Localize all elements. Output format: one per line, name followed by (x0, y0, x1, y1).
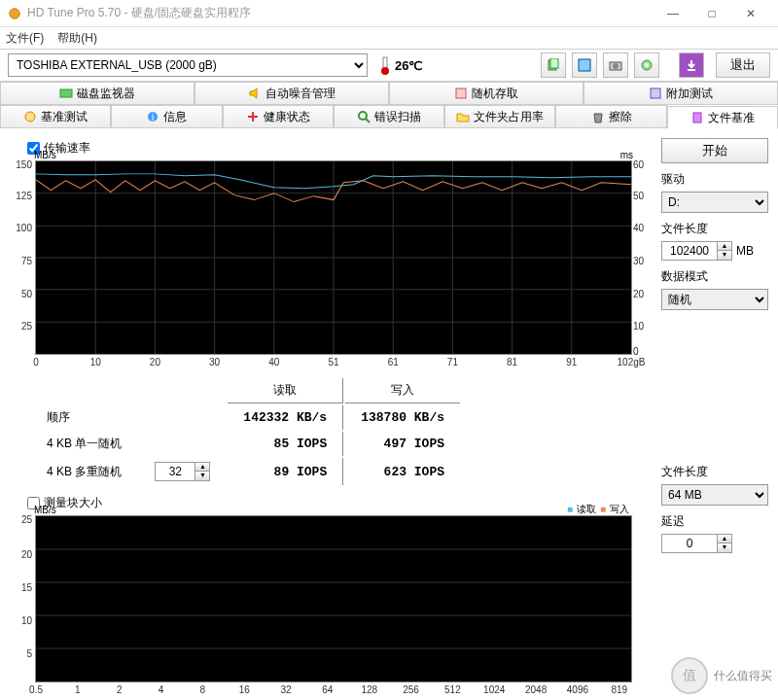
block-size-chart: MB/s ■读取■写入 25 20 15 10 5 0.5 1 2 4 8 16… (35, 515, 632, 682)
svg-text:i: i (152, 112, 154, 122)
file-length-label: 文件长度 (661, 221, 768, 237)
minimize-button[interactable]: — (654, 0, 692, 27)
device-select[interactable]: TOSHIBA EXTERNAL_USB (2000 gB) (8, 53, 368, 77)
tab-error-scan[interactable]: 错误扫描 (334, 105, 444, 127)
health-icon (246, 110, 260, 123)
spin-up-icon[interactable]: ▲ (718, 535, 731, 543)
tab-file-benchmark[interactable]: 文件基准 (667, 106, 778, 128)
data-mode-label: 数据模式 (661, 268, 768, 285)
col-write: 写入 (345, 378, 460, 403)
tab-extra-tests[interactable]: 附加测试 (584, 82, 778, 104)
download-icon (685, 58, 698, 72)
row-sequential: 顺序142332 KB/s138780 KB/s (31, 405, 460, 430)
exit-button[interactable]: 退出 (716, 52, 770, 78)
transfer-rate-checkbox[interactable]: 传输速率 (27, 140, 652, 157)
trash-icon (591, 110, 605, 123)
copy-screenshot-button[interactable] (572, 52, 597, 78)
tabs-upper: 磁盘监视器 自动噪音管理 随机存取 附加测试 (0, 82, 778, 105)
copy-icon (547, 58, 560, 72)
file-bench-icon (690, 111, 704, 124)
svg-point-16 (359, 112, 367, 120)
spin-down-icon[interactable]: ▼ (195, 472, 209, 480)
svg-rect-4 (550, 58, 558, 68)
window-title: HD Tune Pro 5.70 - 硬盘/固态硬盘实用程序 (27, 5, 654, 21)
gear-icon (640, 58, 654, 72)
folder-icon (456, 110, 470, 123)
monitor-icon (59, 87, 73, 100)
camera-icon (609, 58, 622, 72)
threads-spinner[interactable]: ▲▼ (155, 462, 210, 481)
info-icon: i (146, 110, 159, 123)
spin-up-icon[interactable]: ▲ (718, 242, 731, 251)
menu-help[interactable]: 帮助(H) (57, 30, 97, 47)
delay-label: 延迟 (661, 513, 768, 530)
gauge-icon (23, 110, 37, 123)
svg-rect-5 (579, 59, 590, 71)
row-4k-single: 4 KB 单一随机85 IOPS497 IOPS (31, 432, 460, 456)
menubar: 文件(F) 帮助(H) (0, 27, 778, 49)
titlebar: HD Tune Pro 5.70 - 硬盘/固态硬盘实用程序 — □ ✕ (0, 0, 778, 27)
file-length-unit: MB (736, 244, 754, 258)
toolbar: TOSHIBA EXTERNAL_USB (2000 gB) 26℃ 退出 (0, 49, 778, 82)
delay-spinner[interactable]: ▲▼ (661, 534, 732, 553)
watermark-icon: 值 (671, 657, 708, 694)
thermometer-icon (379, 55, 391, 75)
svg-point-13 (25, 112, 35, 122)
save-screenshot-button[interactable] (603, 52, 628, 78)
svg-point-2 (381, 67, 389, 75)
svg-point-0 (10, 8, 20, 18)
search-icon (357, 110, 371, 123)
y-axis-unit: MB/s (34, 150, 56, 160)
col-read: 读取 (228, 378, 343, 403)
results-table: 读取写入 顺序142332 KB/s138780 KB/s 4 KB 单一随机8… (29, 376, 462, 487)
spin-down-icon[interactable]: ▼ (718, 543, 731, 552)
maximize-button[interactable]: □ (692, 0, 731, 27)
svg-point-9 (645, 63, 649, 67)
spin-up-icon[interactable]: ▲ (195, 463, 209, 472)
file-length2-select[interactable]: 64 MB (661, 484, 768, 506)
options-button[interactable] (634, 52, 659, 78)
tab-benchmark[interactable]: 基准测试 (0, 105, 111, 127)
tab-random-access[interactable]: 随机存取 (389, 82, 584, 104)
row-4k-multi: 4 KB 多重随机 ▲▼ 89 IOPS623 IOPS (31, 458, 460, 485)
speaker-icon (248, 87, 262, 100)
chart-legend: ■读取■写入 (563, 503, 629, 516)
close-button[interactable]: ✕ (731, 0, 770, 27)
tabs-lower: 基准测试 i信息 健康状态 错误扫描 文件夹占用率 擦除 文件基准 (0, 105, 778, 128)
svg-line-17 (366, 119, 370, 122)
y-axis-unit: MB/s (34, 505, 56, 515)
transfer-rate-chart: MB/s ms 150 125 100 75 50 25 60 50 40 30… (35, 160, 632, 355)
block-size-checkbox[interactable]: 测量块大小 (27, 495, 652, 511)
svg-rect-18 (693, 113, 701, 122)
svg-rect-11 (456, 88, 466, 98)
tab-info[interactable]: i信息 (111, 105, 222, 127)
clipboard-icon (578, 58, 591, 72)
watermark: 值 什么值得买 (671, 657, 772, 694)
tab-disk-monitor[interactable]: 磁盘监视器 (0, 82, 194, 104)
tab-folder-usage[interactable]: 文件夹占用率 (444, 105, 555, 127)
temperature: 26℃ (379, 55, 423, 75)
tab-erase[interactable]: 擦除 (555, 105, 666, 127)
file-length-spinner[interactable]: ▲▼ (661, 241, 732, 261)
save-button[interactable] (679, 52, 704, 78)
menu-file[interactable]: 文件(F) (6, 30, 44, 47)
tab-health[interactable]: 健康状态 (223, 105, 334, 127)
data-mode-select[interactable]: 随机 (661, 289, 768, 310)
start-button[interactable]: 开始 (661, 138, 768, 163)
spin-down-icon[interactable]: ▼ (718, 251, 731, 260)
svg-rect-10 (60, 89, 72, 97)
svg-rect-12 (651, 88, 660, 98)
random-icon (454, 87, 468, 100)
copy-info-button[interactable] (541, 52, 566, 78)
drive-label: 驱动 (661, 171, 768, 188)
drive-select[interactable]: D: (661, 192, 768, 213)
svg-point-7 (613, 63, 619, 69)
app-icon (8, 7, 21, 20)
file-length2-label: 文件长度 (661, 464, 768, 480)
extra-icon (649, 87, 662, 100)
y2-axis-unit: ms (620, 150, 633, 160)
tab-aam[interactable]: 自动噪音管理 (194, 82, 389, 104)
